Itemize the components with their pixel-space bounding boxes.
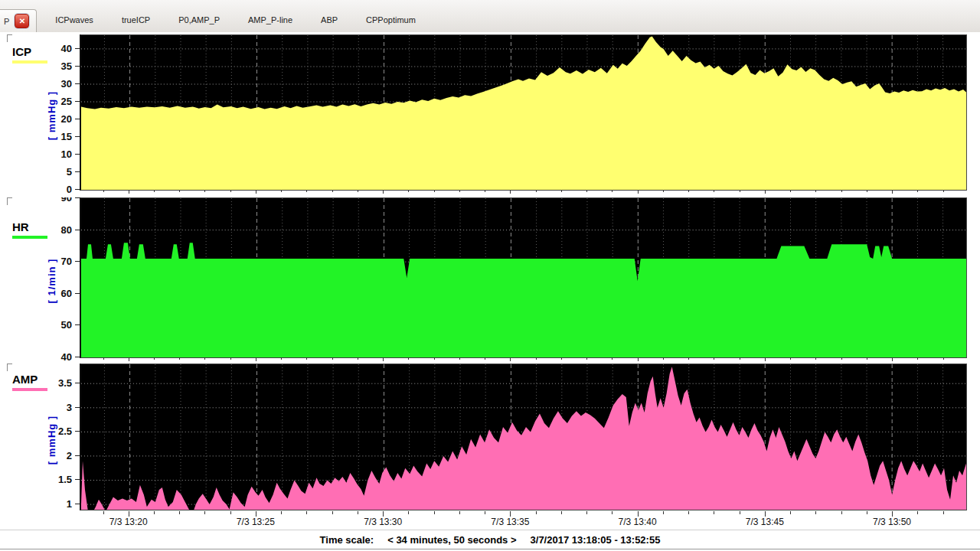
hr-series-name: HR <box>12 220 29 233</box>
time-scale-label: Time scale: <box>320 534 374 546</box>
icp-x-ticks <box>80 189 966 195</box>
close-tab-icon[interactable]: ✕ <box>15 14 29 28</box>
time-label-7-3-13-20: 7/3 13:20 <box>109 517 148 527</box>
panel-handle-icon[interactable] <box>7 197 12 205</box>
icp-ytick-15: 15 <box>41 130 72 143</box>
time-range-value: 3/7/2017 13:18:05 - 13:52:55 <box>531 534 661 546</box>
tab-icpwaves[interactable]: ICPwaves <box>55 15 93 24</box>
icp-ytick-20: 20 <box>41 112 72 126</box>
minor-time-tick <box>561 511 562 514</box>
minor-time-tick <box>204 190 205 192</box>
tab-cppoptimum[interactable]: CPPoptimum <box>366 15 416 24</box>
amp-ytick-1: 1 <box>41 497 72 510</box>
hr-axis-gutter: HR [ 1/min ] 405060708090 <box>0 197 80 364</box>
minor-time-tick <box>204 511 205 514</box>
minor-time-tick <box>815 511 816 514</box>
minor-time-tick <box>154 357 155 360</box>
icp-axis-gutter: ICP [ mmHg ] 0510152025303540 <box>0 34 80 196</box>
minor-time-tick <box>358 357 358 360</box>
minor-time-tick <box>536 190 537 192</box>
time-label-7-3-13-45: 7/3 13:45 <box>746 517 784 527</box>
minor-time-tick <box>815 190 816 192</box>
major-time-tick <box>638 190 639 194</box>
major-time-tick <box>383 511 384 517</box>
minor-time-tick <box>867 357 867 360</box>
minor-time-tick <box>841 190 842 192</box>
minor-time-tick <box>561 357 562 360</box>
minor-time-tick <box>688 190 689 192</box>
hr-ytick-80: 80 <box>41 223 72 236</box>
time-axis: 7/3 13:207/3 13:257/3 13:307/3 13:357/3 … <box>80 510 966 529</box>
minor-time-tick <box>154 190 155 192</box>
minor-time-tick <box>230 190 231 192</box>
amp-ytick-1.5: 1.5 <box>41 473 72 486</box>
minor-time-tick <box>230 357 231 360</box>
minor-time-tick <box>332 511 333 514</box>
tab-active[interactable]: P ✕ <box>0 9 37 32</box>
status-bar: Time scale: < 34 minutes, 50 seconds > 3… <box>0 530 980 549</box>
minor-time-tick <box>714 511 714 514</box>
minor-time-tick <box>867 511 867 514</box>
minor-time-tick <box>917 357 918 360</box>
minor-time-tick <box>586 511 587 514</box>
panel-handle-icon[interactable] <box>7 34 12 42</box>
minor-time-tick <box>332 357 333 360</box>
minor-time-tick <box>663 511 664 514</box>
tab-active-label: P <box>4 17 9 26</box>
time-label-7-3-13-30: 7/3 13:30 <box>364 517 402 527</box>
icp-ytick-5: 5 <box>41 165 72 178</box>
tab-p0-amp-p[interactable]: P0,AMP_P <box>178 15 220 24</box>
minor-time-tick <box>688 511 689 514</box>
major-time-tick <box>129 190 129 194</box>
major-time-tick <box>129 511 129 517</box>
minor-time-tick <box>434 357 435 360</box>
minor-time-tick <box>434 511 435 514</box>
major-time-tick <box>256 190 256 194</box>
minor-time-tick <box>943 511 944 514</box>
amp-chart-panel: AMP [ mmHg ] 11.522.533.5 <box>0 364 966 509</box>
amp-ytick-3.5: 3.5 <box>41 377 72 390</box>
major-time-tick <box>638 357 639 361</box>
tab-bar: P ✕ ICPwavestrueICPP0,AMP_PAMP_P-lineABP… <box>0 0 980 33</box>
minor-time-tick <box>688 357 689 360</box>
hr-plot-area[interactable] <box>80 197 967 358</box>
icp-chart-svg <box>81 35 966 190</box>
minor-time-tick <box>306 190 307 192</box>
major-time-tick <box>638 511 639 517</box>
time-scale-value[interactable]: < 34 minutes, 50 seconds > <box>387 534 516 546</box>
major-time-tick <box>256 357 256 361</box>
amp-plot-area[interactable] <box>80 364 967 510</box>
amp-ytick-2: 2 <box>41 449 72 462</box>
panel-handle-icon[interactable] <box>7 364 12 371</box>
major-time-tick <box>892 357 893 361</box>
minor-time-tick <box>179 357 180 360</box>
major-time-tick <box>383 357 384 361</box>
minor-time-tick <box>306 357 307 360</box>
minor-time-tick <box>943 190 944 192</box>
minor-time-tick <box>612 190 612 192</box>
tab-list: ICPwavestrueICPP0,AMP_PAMP_P-lineABPCPPo… <box>55 15 416 32</box>
hr-ytick-70: 70 <box>41 255 72 268</box>
hr-ytick-90: 90 <box>41 197 72 204</box>
minor-time-tick <box>459 511 460 514</box>
minor-time-tick <box>740 357 740 360</box>
amp-ytick-2.5: 2.5 <box>41 425 72 438</box>
minor-time-tick <box>740 511 740 514</box>
minor-time-tick <box>841 511 842 514</box>
minor-time-tick <box>714 357 714 360</box>
minor-time-tick <box>536 357 537 360</box>
tab-abp[interactable]: ABP <box>321 15 338 24</box>
hr-chart-svg <box>81 198 966 357</box>
minor-time-tick <box>281 357 282 360</box>
major-time-tick <box>510 511 511 517</box>
amp-series-name: AMP <box>12 373 38 386</box>
minor-time-tick <box>612 357 612 360</box>
minor-time-tick <box>459 190 460 192</box>
minor-time-tick <box>740 190 740 192</box>
icp-plot-area[interactable] <box>80 34 967 191</box>
amp-chart-svg <box>81 364 966 510</box>
tab-amp-p-line[interactable]: AMP_P-line <box>248 15 292 24</box>
time-label-7-3-13-40: 7/3 13:40 <box>619 517 657 527</box>
tab-trueicp[interactable]: trueICP <box>122 15 150 24</box>
minor-time-tick <box>230 511 231 514</box>
